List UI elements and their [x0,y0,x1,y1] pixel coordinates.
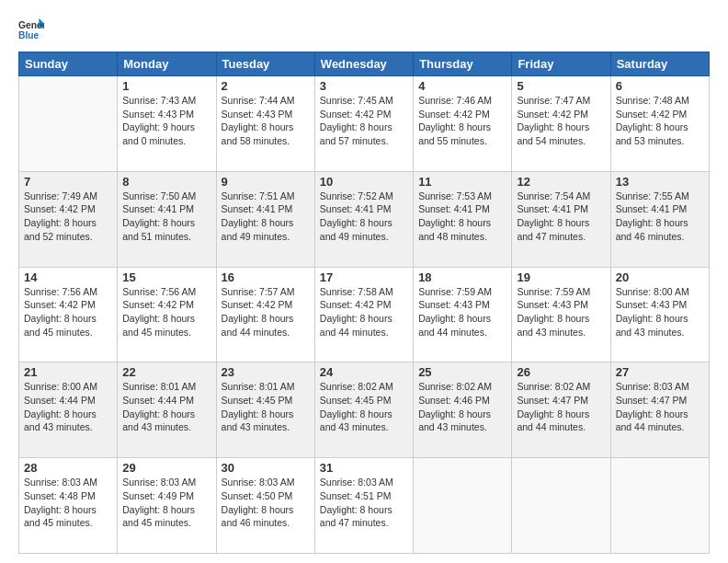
day-cell: 1Sunrise: 7:43 AM Sunset: 4:43 PM Daylig… [118,76,216,172]
day-cell: 18Sunrise: 7:59 AM Sunset: 4:43 PM Dayli… [414,267,512,362]
col-header-monday: Monday [118,52,216,76]
day-cell: 6Sunrise: 7:48 AM Sunset: 4:42 PM Daylig… [610,76,709,172]
day-info: Sunrise: 8:02 AM Sunset: 4:46 PM Dayligh… [418,380,506,434]
day-info: Sunrise: 8:03 AM Sunset: 4:48 PM Dayligh… [24,476,112,530]
day-info: Sunrise: 7:58 AM Sunset: 4:42 PM Dayligh… [320,285,408,339]
day-info: Sunrise: 7:45 AM Sunset: 4:42 PM Dayligh… [320,94,408,148]
day-info: Sunrise: 7:44 AM Sunset: 4:43 PM Dayligh… [222,94,310,148]
day-number: 19 [517,270,605,284]
day-info: Sunrise: 7:56 AM Sunset: 4:42 PM Dayligh… [122,285,210,339]
day-number: 12 [517,175,605,189]
day-cell: 28Sunrise: 8:03 AM Sunset: 4:48 PM Dayli… [19,458,118,554]
day-cell: 15Sunrise: 7:56 AM Sunset: 4:42 PM Dayli… [118,267,216,362]
col-header-tuesday: Tuesday [216,52,314,76]
week-row-3: 14Sunrise: 7:56 AM Sunset: 4:42 PM Dayli… [19,267,710,362]
day-cell: 29Sunrise: 8:03 AM Sunset: 4:49 PM Dayli… [118,458,216,554]
day-info: Sunrise: 7:53 AM Sunset: 4:41 PM Dayligh… [418,190,506,244]
day-number: 23 [222,365,310,379]
day-cell: 5Sunrise: 7:47 AM Sunset: 4:42 PM Daylig… [512,76,610,172]
week-row-5: 28Sunrise: 8:03 AM Sunset: 4:48 PM Dayli… [19,458,710,554]
day-number: 4 [418,79,506,93]
day-number: 29 [122,461,210,475]
day-number: 31 [320,461,408,475]
day-number: 27 [616,365,704,379]
day-cell [512,458,610,554]
day-number: 18 [418,270,506,284]
day-info: Sunrise: 8:03 AM Sunset: 4:51 PM Dayligh… [320,476,408,530]
day-number: 8 [122,175,210,189]
day-info: Sunrise: 8:00 AM Sunset: 4:43 PM Dayligh… [616,285,704,339]
day-cell: 27Sunrise: 8:03 AM Sunset: 4:47 PM Dayli… [610,362,709,458]
header-row: SundayMondayTuesdayWednesdayThursdayFrid… [19,52,710,76]
day-cell: 13Sunrise: 7:55 AM Sunset: 4:41 PM Dayli… [610,171,709,267]
day-info: Sunrise: 7:43 AM Sunset: 4:43 PM Dayligh… [122,94,210,148]
day-cell: 2Sunrise: 7:44 AM Sunset: 4:43 PM Daylig… [216,76,314,172]
svg-text:Blue: Blue [18,30,40,40]
day-number: 16 [222,270,310,284]
day-info: Sunrise: 7:57 AM Sunset: 4:42 PM Dayligh… [222,285,310,339]
day-cell: 11Sunrise: 7:53 AM Sunset: 4:41 PM Dayli… [414,171,512,267]
day-number: 5 [517,79,605,93]
day-number: 7 [24,175,112,189]
day-cell: 21Sunrise: 8:00 AM Sunset: 4:44 PM Dayli… [19,362,118,458]
day-cell [414,458,512,554]
day-cell: 9Sunrise: 7:51 AM Sunset: 4:41 PM Daylig… [216,171,314,267]
day-cell: 31Sunrise: 8:03 AM Sunset: 4:51 PM Dayli… [314,458,413,554]
day-cell: 8Sunrise: 7:50 AM Sunset: 4:41 PM Daylig… [118,171,216,267]
col-header-thursday: Thursday [414,52,512,76]
day-cell [19,76,118,172]
day-number: 10 [320,175,408,189]
day-info: Sunrise: 8:03 AM Sunset: 4:49 PM Dayligh… [122,476,210,530]
day-number: 26 [517,365,605,379]
day-info: Sunrise: 8:03 AM Sunset: 4:50 PM Dayligh… [222,476,310,530]
day-number: 22 [122,365,210,379]
day-number: 14 [24,270,112,284]
col-header-sunday: Sunday [19,52,118,76]
day-cell: 20Sunrise: 8:00 AM Sunset: 4:43 PM Dayli… [610,267,709,362]
day-cell: 12Sunrise: 7:54 AM Sunset: 4:41 PM Dayli… [512,171,610,267]
calendar-page: General Blue SundayMondayTuesdayWednesda… [0,0,728,563]
day-info: Sunrise: 7:50 AM Sunset: 4:41 PM Dayligh… [122,190,210,244]
day-info: Sunrise: 7:59 AM Sunset: 4:43 PM Dayligh… [517,285,605,339]
day-cell: 24Sunrise: 8:02 AM Sunset: 4:45 PM Dayli… [314,362,413,458]
calendar-table: SundayMondayTuesdayWednesdayThursdayFrid… [18,52,710,554]
col-header-friday: Friday [512,52,610,76]
day-cell: 25Sunrise: 8:02 AM Sunset: 4:46 PM Dayli… [414,362,512,458]
day-number: 3 [320,79,408,93]
day-info: Sunrise: 7:47 AM Sunset: 4:42 PM Dayligh… [517,94,605,148]
day-info: Sunrise: 7:55 AM Sunset: 4:41 PM Dayligh… [616,190,704,244]
day-cell: 30Sunrise: 8:03 AM Sunset: 4:50 PM Dayli… [216,458,314,554]
day-info: Sunrise: 7:54 AM Sunset: 4:41 PM Dayligh… [517,190,605,244]
col-header-saturday: Saturday [610,52,709,76]
day-number: 17 [320,270,408,284]
day-info: Sunrise: 8:01 AM Sunset: 4:44 PM Dayligh… [122,380,210,434]
logo-icon: General Blue [18,17,44,42]
day-number: 24 [320,365,408,379]
day-number: 13 [616,175,704,189]
day-number: 11 [418,175,506,189]
day-info: Sunrise: 8:00 AM Sunset: 4:44 PM Dayligh… [24,380,112,434]
day-info: Sunrise: 7:46 AM Sunset: 4:42 PM Dayligh… [418,94,506,148]
day-number: 2 [222,79,310,93]
day-number: 6 [616,79,704,93]
day-cell: 14Sunrise: 7:56 AM Sunset: 4:42 PM Dayli… [19,267,118,362]
day-number: 20 [616,270,704,284]
day-number: 28 [24,461,112,475]
day-info: Sunrise: 7:48 AM Sunset: 4:42 PM Dayligh… [616,94,704,148]
col-header-wednesday: Wednesday [314,52,413,76]
day-number: 21 [24,365,112,379]
day-info: Sunrise: 7:51 AM Sunset: 4:41 PM Dayligh… [222,190,310,244]
day-cell: 3Sunrise: 7:45 AM Sunset: 4:42 PM Daylig… [314,76,413,172]
day-info: Sunrise: 8:02 AM Sunset: 4:47 PM Dayligh… [517,380,605,434]
day-cell: 19Sunrise: 7:59 AM Sunset: 4:43 PM Dayli… [512,267,610,362]
day-cell: 23Sunrise: 8:01 AM Sunset: 4:45 PM Dayli… [216,362,314,458]
day-info: Sunrise: 7:56 AM Sunset: 4:42 PM Dayligh… [24,285,112,339]
day-cell [610,458,709,554]
week-row-2: 7Sunrise: 7:49 AM Sunset: 4:42 PM Daylig… [19,171,710,267]
logo: General Blue [18,17,44,42]
day-info: Sunrise: 8:02 AM Sunset: 4:45 PM Dayligh… [320,380,408,434]
day-cell: 10Sunrise: 7:52 AM Sunset: 4:41 PM Dayli… [314,171,413,267]
day-cell: 4Sunrise: 7:46 AM Sunset: 4:42 PM Daylig… [414,76,512,172]
day-cell: 26Sunrise: 8:02 AM Sunset: 4:47 PM Dayli… [512,362,610,458]
day-number: 30 [222,461,310,475]
